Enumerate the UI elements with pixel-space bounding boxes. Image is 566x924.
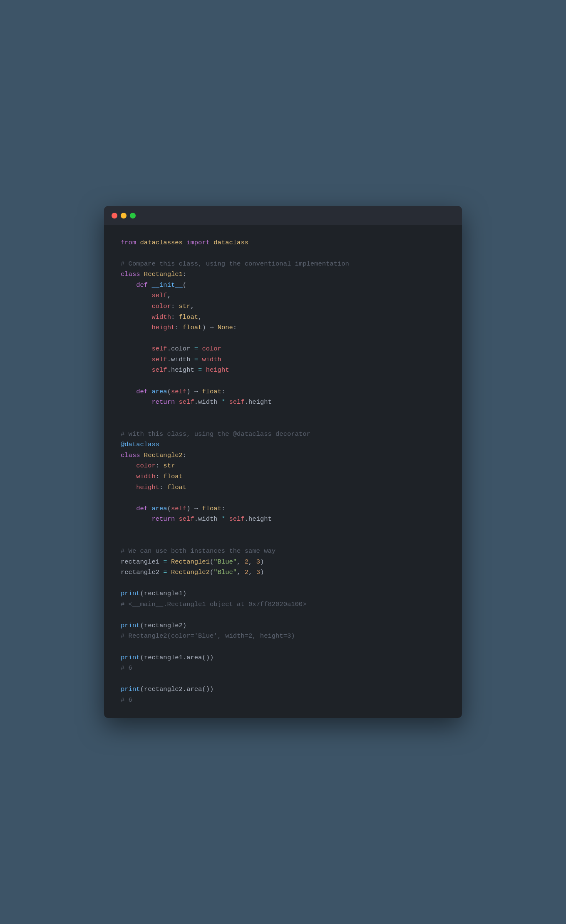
line-1: from dataclasses import dataclass bbox=[121, 239, 248, 246]
titlebar bbox=[104, 206, 462, 225]
comment-3: # We can use both instances the same way bbox=[121, 547, 276, 555]
line-area1-return: return self.width * self.height bbox=[121, 398, 272, 406]
line-print-rect1: print(rectangle1) bbox=[121, 590, 186, 597]
line-color-param: color: str, bbox=[121, 303, 194, 310]
line-height-field: height: float bbox=[121, 484, 186, 491]
comment-6: # 6 bbox=[121, 664, 132, 672]
code-window: from dataclasses import dataclass # Comp… bbox=[104, 206, 462, 718]
comment-1: # Compare this class, using the conventi… bbox=[121, 260, 349, 268]
minimize-button[interactable] bbox=[121, 213, 127, 219]
decorator: @dataclass bbox=[121, 441, 159, 448]
close-button[interactable] bbox=[112, 213, 117, 219]
line-width-field: width: float bbox=[121, 473, 183, 480]
line-init: def __init__( bbox=[121, 281, 186, 289]
comment-2: # with this class, using the @dataclass … bbox=[121, 430, 310, 438]
line-self-height: self.height = height bbox=[121, 366, 229, 374]
comment-7: # 6 bbox=[121, 696, 132, 704]
line-rect1-assign: rectangle1 = Rectangle1("Blue", 2, 3) bbox=[121, 558, 264, 566]
line-class1: class Rectangle1: bbox=[121, 271, 186, 278]
line-self: self, bbox=[121, 292, 171, 299]
line-class2: class Rectangle2: bbox=[121, 452, 186, 459]
comment-5: # Rectangle2(color='Blue', width=2, heig… bbox=[121, 632, 295, 640]
line-rect2-assign: rectangle2 = Rectangle2("Blue", 2, 3) bbox=[121, 569, 264, 576]
line-self-color: self.color = color bbox=[121, 345, 221, 353]
comment-4: # <__main__.Rectangle1 object at 0x7ff82… bbox=[121, 601, 306, 608]
code-editor[interactable]: from dataclasses import dataclass # Comp… bbox=[104, 225, 462, 718]
line-area2-def: def area(self) → float: bbox=[121, 505, 225, 512]
line-area2-return: return self.width * self.height bbox=[121, 515, 272, 523]
line-print-rect2: print(rectangle2) bbox=[121, 622, 186, 629]
line-area1-def: def area(self) → float: bbox=[121, 388, 225, 395]
line-height-param: height: float) → None: bbox=[121, 324, 237, 331]
line-color-field: color: str bbox=[121, 462, 175, 469]
line-print-area2: print(rectangle2.area()) bbox=[121, 686, 213, 693]
maximize-button[interactable] bbox=[130, 213, 136, 219]
line-print-area1: print(rectangle1.area()) bbox=[121, 654, 213, 661]
line-self-width: self.width = width bbox=[121, 356, 221, 363]
line-width-param: width: float, bbox=[121, 313, 202, 321]
